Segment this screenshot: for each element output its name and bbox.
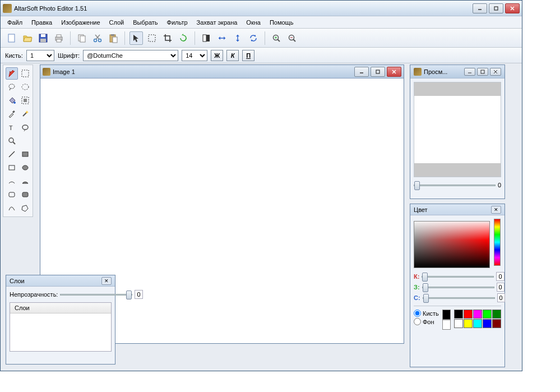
font-size-select[interactable]: 14 <box>182 50 207 61</box>
tool-rect-select-icon[interactable] <box>19 67 31 80</box>
tool-lasso-icon[interactable] <box>6 81 18 93</box>
layers-titlebar[interactable]: Слои ✕ <box>6 275 115 287</box>
tool-bucket-icon[interactable] <box>6 94 18 107</box>
minimize-button[interactable] <box>473 3 487 13</box>
menu-filter[interactable]: Фильтр <box>163 17 192 27</box>
canvas-maximize-button[interactable] <box>371 67 385 77</box>
color-close-button[interactable]: ✕ <box>491 206 501 214</box>
open-icon[interactable] <box>21 31 34 45</box>
canvas-close-button[interactable] <box>387 67 401 77</box>
tool-wand-icon[interactable] <box>19 108 31 120</box>
new-icon[interactable] <box>5 31 18 45</box>
tool-polygon-icon[interactable] <box>19 202 31 214</box>
preview-titlebar[interactable]: Просм... <box>410 65 505 79</box>
swatch[interactable] <box>473 310 482 319</box>
bold-button[interactable]: Ж <box>211 50 223 61</box>
pointer-icon[interactable] <box>129 31 143 45</box>
swatch[interactable] <box>492 310 501 319</box>
bg-radio[interactable]: Фон <box>414 318 439 325</box>
flip-h-icon[interactable] <box>215 31 229 45</box>
menu-file[interactable]: Файл <box>3 17 27 27</box>
menu-layer[interactable]: Слой <box>105 17 129 27</box>
swatch[interactable] <box>464 319 473 328</box>
menu-help[interactable]: Помощь <box>265 17 298 27</box>
menu-edit[interactable]: Правка <box>27 17 57 27</box>
swatch[interactable] <box>483 319 492 328</box>
preview-zoom-slider[interactable] <box>414 185 496 186</box>
titlebar[interactable]: AltarSoft Photo Editor 1.51 <box>1 1 522 16</box>
swatch[interactable] <box>473 319 482 328</box>
underline-button[interactable]: П <box>242 50 254 61</box>
print-icon[interactable] <box>52 31 66 45</box>
preview-maximize-button[interactable] <box>477 68 488 76</box>
preview-icon <box>414 68 422 76</box>
crop-icon[interactable] <box>161 31 174 45</box>
hue-slider[interactable] <box>494 219 501 266</box>
app-title: AltarSoft Photo Editor 1.51 <box>14 5 473 12</box>
flip-v-icon[interactable] <box>231 31 244 45</box>
tool-roundrect-icon[interactable] <box>6 188 18 201</box>
preview-close-button[interactable] <box>490 68 501 76</box>
maximize-button[interactable] <box>489 3 503 13</box>
tool-filled-roundrect-icon[interactable] <box>19 188 31 201</box>
canvas-titlebar[interactable]: Image 1 <box>40 65 404 79</box>
font-label: Шрифт: <box>58 52 80 59</box>
b-label: С: <box>414 294 420 301</box>
close-button[interactable] <box>505 3 520 13</box>
tool-line-icon[interactable] <box>6 148 18 160</box>
r-slider[interactable] <box>422 276 494 278</box>
copy-icon[interactable] <box>75 31 89 45</box>
color-title: Цвет <box>414 206 491 213</box>
menu-windows[interactable]: Окна <box>242 17 265 27</box>
svg-rect-9 <box>57 35 61 37</box>
marquee-icon[interactable] <box>145 31 159 45</box>
color-titlebar[interactable]: Цвет ✕ <box>410 204 505 215</box>
tool-smudge-icon[interactable] <box>19 121 31 133</box>
preview-minimize-button[interactable] <box>464 68 475 76</box>
tool-arc-icon[interactable] <box>6 175 18 187</box>
paste-icon[interactable] <box>107 31 120 45</box>
tool-text-icon[interactable]: T <box>6 121 18 133</box>
layers-list[interactable]: Слои <box>10 302 112 352</box>
brush-radio[interactable]: Кисть <box>414 310 439 317</box>
tool-curve-icon[interactable] <box>6 202 18 214</box>
swatch[interactable] <box>483 310 492 319</box>
grayscale-icon[interactable] <box>200 31 213 45</box>
zoom-in-icon[interactable] <box>270 31 283 45</box>
layers-close-button[interactable]: ✕ <box>101 277 112 285</box>
swatch[interactable] <box>464 310 473 319</box>
rotate-icon[interactable] <box>177 31 190 45</box>
tool-filled-ellipse-icon[interactable] <box>19 162 31 174</box>
svg-line-16 <box>95 35 99 39</box>
swatch[interactable] <box>454 310 463 319</box>
zoom-out-icon[interactable] <box>285 31 299 45</box>
tool-region-select-icon[interactable] <box>19 94 31 107</box>
layers-panel: Слои ✕ Непрозрачность: 0 Слои <box>6 275 115 365</box>
menu-capture[interactable]: Захват экрана <box>192 17 242 27</box>
tool-arrow-icon[interactable] <box>6 67 18 80</box>
menu-select[interactable]: Выбрать <box>128 17 162 27</box>
tool-zoom-icon[interactable] <box>6 135 18 147</box>
swatch[interactable] <box>454 319 463 328</box>
tool-eyedropper-icon[interactable] <box>6 108 18 120</box>
cut-icon[interactable] <box>91 31 104 45</box>
italic-button[interactable]: К <box>226 50 239 61</box>
canvas-minimize-button[interactable] <box>354 67 369 77</box>
color-panel: Цвет ✕ К: 0 З: 0 С: <box>410 204 505 367</box>
save-icon[interactable] <box>36 31 50 45</box>
menu-image[interactable]: Изображение <box>57 17 104 27</box>
swatch[interactable] <box>492 319 501 328</box>
tool-rect-icon[interactable] <box>6 162 18 174</box>
color-gradient[interactable] <box>414 221 490 268</box>
tool-filled-rect-icon[interactable] <box>19 148 31 160</box>
b-slider[interactable] <box>423 297 495 299</box>
tool-filled-arc-icon[interactable] <box>19 175 31 187</box>
opacity-slider[interactable] <box>60 290 132 299</box>
refresh-icon[interactable] <box>247 31 260 45</box>
color-palette[interactable] <box>454 310 501 328</box>
tool-ellipse-select-icon[interactable] <box>19 81 31 93</box>
font-select[interactable]: @DotumChe <box>83 50 178 61</box>
g-slider[interactable] <box>422 287 494 288</box>
toolbox: T <box>3 64 33 217</box>
brush-size-select[interactable]: 1 <box>26 50 54 61</box>
